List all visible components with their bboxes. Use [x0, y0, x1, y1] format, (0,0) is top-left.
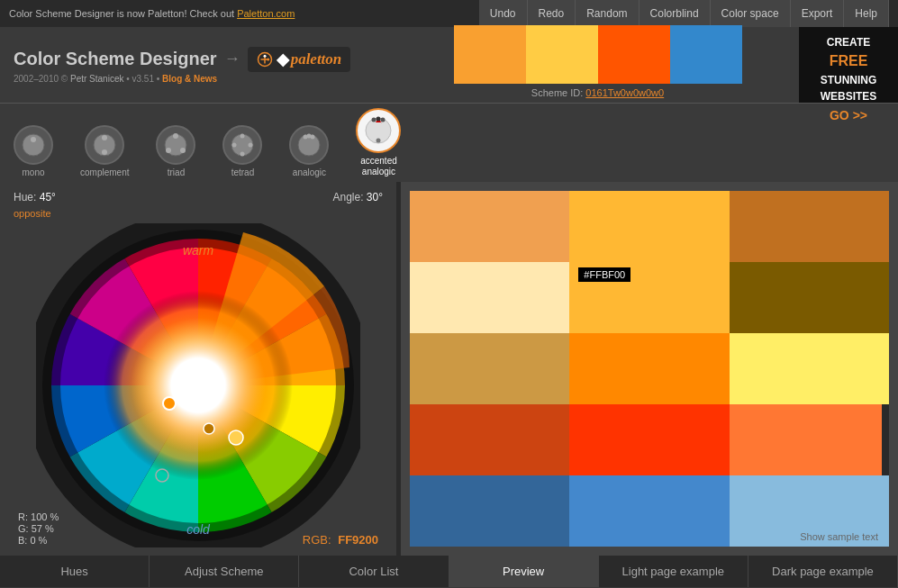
topbar: Color Scheme Designer is now Paletton! C… — [0, 0, 898, 27]
tab-adjust-scheme[interactable]: Adjust Scheme — [150, 556, 299, 587]
free-label: FREE — [810, 50, 887, 72]
export-button[interactable]: Export — [791, 0, 845, 27]
color-grid: #FFBF00 — [410, 191, 889, 547]
svg-point-23 — [376, 117, 381, 122]
paletton-logo: ◆ paletton — [248, 47, 351, 72]
tab-hues[interactable]: Hues — [0, 556, 150, 587]
undo-button[interactable]: Undo — [479, 0, 528, 27]
show-sample-text[interactable]: Show sample text — [800, 531, 878, 542]
accented-analogic-icon — [363, 115, 394, 146]
mode-accented-analogic[interactable]: accentedanalogic — [356, 108, 401, 177]
blog-news-link[interactable]: Blog & News — [162, 74, 217, 84]
mode-tetrad-label: tetrad — [231, 167, 255, 177]
cell-1-2[interactable]: #FFBF00 — [569, 191, 729, 262]
tab-color-list[interactable]: Color List — [299, 556, 449, 587]
cell-3-2[interactable] — [569, 333, 729, 404]
bottom-tabs: Hues Adjust Scheme Color List Preview Li… — [0, 556, 898, 587]
cell-5-1[interactable] — [410, 475, 569, 547]
swatch-1[interactable] — [454, 25, 526, 84]
cell-3-3[interactable] — [730, 333, 889, 404]
swatch-4[interactable] — [670, 25, 742, 84]
mode-analogic[interactable]: analogic — [289, 125, 329, 177]
paletton-icon — [257, 51, 273, 68]
angle-display: Angle: 30° — [332, 191, 383, 204]
header-swatches — [454, 25, 742, 84]
cell-4-3[interactable] — [730, 404, 889, 475]
svg-point-4 — [31, 137, 36, 142]
third-dot[interactable] — [229, 430, 243, 445]
mode-complement-label: complement — [80, 167, 129, 177]
rgb-g: G: 57 % — [18, 523, 59, 534]
preview-inner: #FFBF00 — [410, 191, 889, 547]
hue-angle-row: Hue: 45° Angle: 30° — [14, 191, 383, 204]
cell-2-1[interactable] — [410, 262, 569, 333]
header-area: Color Scheme Designer → ◆ paletton 2002–… — [0, 27, 898, 182]
author-link[interactable]: Petr Stanicek — [70, 74, 123, 84]
scheme-id-link[interactable]: 0161Tw0w0w0w0 — [585, 87, 664, 98]
preview-panel: #FFBF00 — [401, 182, 898, 556]
mode-mono[interactable]: mono — [14, 125, 53, 177]
colorblind-button[interactable]: Colorblind — [639, 0, 711, 27]
paletton-name: paletton — [291, 50, 342, 68]
sub-info: 2002–2010 © Petr Stanicek • v3.51 • Blog… — [14, 74, 383, 84]
logo-title: Color Scheme Designer → ◆ paletton — [14, 47, 383, 72]
cell-1-3[interactable] — [730, 191, 889, 262]
header-center: Scheme ID: 0161Tw0w0w0w0 — [396, 27, 799, 103]
svg-point-14 — [249, 143, 253, 148]
swatch-3[interactable] — [598, 25, 670, 84]
header-top: Color Scheme Designer → ◆ paletton 2002–… — [0, 27, 898, 104]
tab-dark-page[interactable]: Dark page example — [748, 556, 898, 587]
main-area: Hue: 45° Angle: 30° opposite — [0, 182, 898, 556]
wheel-container[interactable]: warm cold — [36, 223, 360, 547]
rgb-display: R: 100 % G: 57 % B: 0 % — [18, 511, 59, 547]
swatch-2[interactable] — [526, 25, 598, 84]
go-label: GO >> — [810, 106, 887, 125]
announcement-text: Color Scheme Designer is now Paletton! C… — [9, 8, 479, 19]
mode-tetrad[interactable]: tetrad — [222, 125, 262, 177]
secondary-dot[interactable] — [204, 423, 214, 434]
cell-5-2[interactable] — [569, 475, 729, 547]
opposite-link[interactable]: opposite — [14, 208, 383, 219]
rgb-hex-display: RGB: FF9200 — [303, 533, 378, 547]
svg-point-25 — [376, 139, 381, 143]
color-wheel-panel: Hue: 45° Angle: 30° opposite — [0, 182, 396, 556]
svg-point-1 — [263, 54, 266, 57]
redo-button[interactable]: Redo — [528, 0, 576, 27]
scheme-id-area: Scheme ID: 0161Tw0w0w0w0 — [531, 87, 664, 98]
primary-dot[interactable] — [163, 397, 176, 410]
color-wheel-svg[interactable]: warm cold — [36, 223, 360, 547]
mode-bar: mono complement t — [0, 104, 898, 182]
cell-2-3[interactable] — [730, 262, 889, 333]
svg-point-20 — [311, 135, 315, 140]
cell-4-2[interactable] — [569, 404, 729, 475]
mode-triad[interactable]: triad — [156, 125, 195, 177]
svg-point-7 — [102, 149, 107, 155]
arrow-icon: → — [224, 50, 240, 68]
cell-1-1[interactable] — [410, 191, 569, 262]
cold-label: cold — [186, 522, 211, 537]
tab-preview[interactable]: Preview — [449, 556, 599, 587]
svg-point-16 — [232, 143, 237, 148]
mode-complement[interactable]: complement — [80, 125, 129, 177]
tab-light-page[interactable]: Light page example — [599, 556, 748, 587]
svg-point-11 — [166, 148, 171, 153]
triad-icon — [163, 132, 188, 158]
paletton-link[interactable]: Paletton.com — [237, 8, 295, 19]
mono-icon — [21, 132, 46, 158]
create-free-box[interactable]: CREATE FREE STUNNING WEBSITES GO >> — [799, 27, 898, 103]
cell-4-1[interactable] — [410, 404, 569, 475]
header-left: Color Scheme Designer → ◆ paletton 2002–… — [0, 27, 396, 103]
svg-point-2 — [267, 58, 269, 60]
svg-point-9 — [173, 133, 178, 139]
scrollbar[interactable] — [882, 404, 889, 475]
mode-triad-label: triad — [168, 167, 185, 177]
colorspace-button[interactable]: Color space — [711, 0, 791, 27]
random-button[interactable]: Random — [576, 0, 639, 27]
logo-text: Color Scheme Designer — [14, 49, 217, 69]
hue-display: Hue: 45° — [14, 191, 56, 204]
color-tooltip: #FFBF00 — [578, 267, 630, 282]
create-free-area[interactable]: CREATE FREE STUNNING WEBSITES GO >> — [799, 27, 898, 103]
rgb-b: B: 0 % — [18, 535, 59, 546]
cell-3-1[interactable] — [410, 333, 569, 404]
help-button[interactable]: Help — [844, 0, 889, 27]
